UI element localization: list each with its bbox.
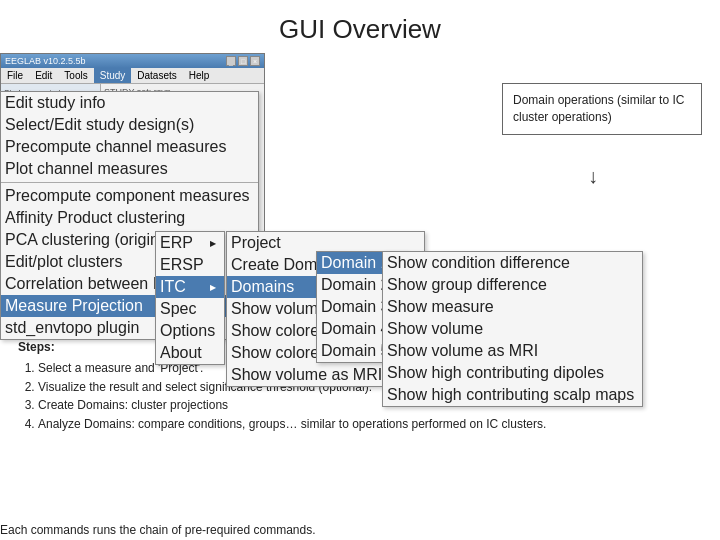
action-show-measure[interactable]: Show measure: [383, 296, 642, 318]
menu-affinity-product[interactable]: Affinity Product clustering: [1, 207, 258, 229]
submenu-about[interactable]: About: [156, 342, 224, 364]
menu-file[interactable]: File: [1, 68, 29, 83]
submenu-erp[interactable]: ERP ▶: [156, 232, 224, 254]
maximize-button[interactable]: □: [238, 56, 248, 66]
action-show-volume-mri[interactable]: Show volume as MRI: [383, 340, 642, 362]
submenu-spec[interactable]: Spec: [156, 298, 224, 320]
eeglab-titlebar: EEGLAB v10.2.5.5b _ □ ×: [1, 54, 264, 68]
close-button[interactable]: ×: [250, 56, 260, 66]
submenu-itc[interactable]: ITC ▶: [156, 276, 224, 298]
menu-edit-study-info[interactable]: Edit study info: [1, 92, 258, 114]
menu-edit[interactable]: Edit: [29, 68, 58, 83]
menu-help[interactable]: Help: [183, 68, 216, 83]
domain-actions-submenu: Show condition difference Show group dif…: [382, 251, 643, 407]
page-title: GUI Overview: [0, 0, 720, 53]
domain-operations-box: Domain operations (similar to IC cluster…: [502, 83, 702, 135]
submenu-ersp[interactable]: ERSP: [156, 254, 224, 276]
action-show-contributing-dipoles[interactable]: Show high contributing dipoles: [383, 362, 642, 384]
action-show-volume[interactable]: Show volume: [383, 318, 642, 340]
action-show-group-diff[interactable]: Show group difference: [383, 274, 642, 296]
menu-plot-channel[interactable]: Plot channel measures: [1, 158, 258, 180]
action-show-condition-diff[interactable]: Show condition difference: [383, 252, 642, 274]
minimize-button[interactable]: _: [226, 56, 236, 66]
menu-select-edit-study-design[interactable]: Select/Edit study design(s): [1, 114, 258, 136]
menu-precompute-component[interactable]: Precompute component measures: [1, 185, 258, 207]
domain-ops-arrow: ↓: [588, 165, 598, 188]
menu-study[interactable]: Study: [94, 68, 132, 83]
menu-tools[interactable]: Tools: [58, 68, 93, 83]
action-show-contributing-scalp[interactable]: Show high contributing scalp maps: [383, 384, 642, 406]
submenu-options[interactable]: Options: [156, 320, 224, 342]
menu-datasets[interactable]: Datasets: [131, 68, 182, 83]
step-4: Analyze Domains: compare conditions, gro…: [38, 415, 546, 434]
eeglab-menubar: File Edit Tools Study Datasets Help: [1, 68, 264, 84]
menu-precompute-channel[interactable]: Precompute channel measures: [1, 136, 258, 158]
measure-projection-submenu: ERP ▶ ERSP ITC ▶ Spec Options About: [155, 231, 225, 365]
note-text: Each commands runs the chain of pre-requ…: [0, 523, 316, 537]
